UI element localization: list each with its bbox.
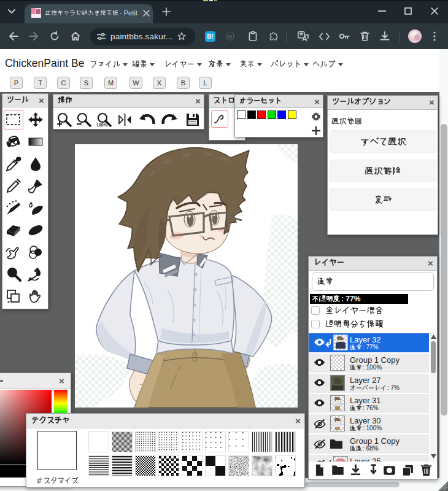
svg-text:100%: 100% bbox=[96, 123, 108, 127]
